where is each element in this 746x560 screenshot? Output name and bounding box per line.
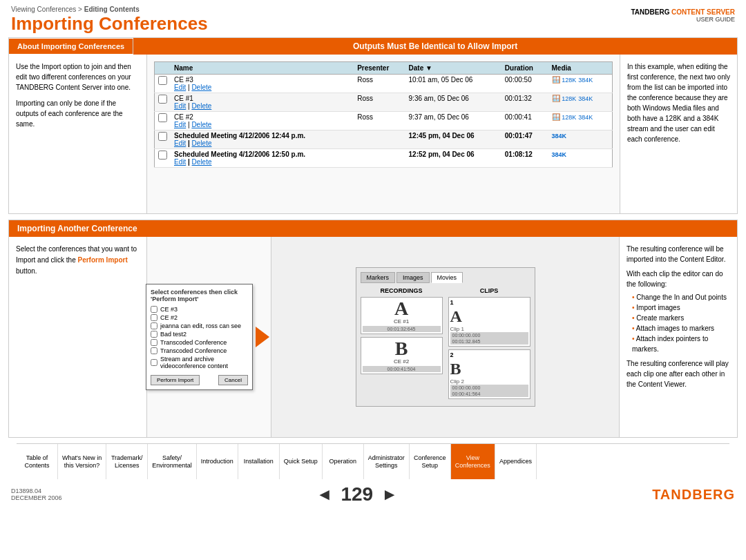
bottom-left-description: Select the conferences that you want to … — [9, 237, 147, 437]
delete-link[interactable]: Delete — [192, 139, 212, 147]
about-tab: About Importing Conferences — [9, 39, 133, 54]
cell-date: 10:01 am, 05 Dec 06 — [405, 75, 501, 93]
media-384k[interactable]: 384K — [578, 95, 593, 102]
recording-b: B CE #2 00:00:41:504 — [361, 337, 443, 374]
nav-label: Introduction — [201, 458, 233, 465]
media-384k[interactable]: 384K — [578, 114, 593, 121]
nav-whats-new[interactable]: What's New inthis Version? — [58, 444, 106, 479]
bottom-right-description: The resulting conference will be importe… — [620, 237, 737, 437]
perform-import-highlight: Perform Import — [78, 256, 128, 264]
media-128k[interactable]: 128K — [562, 77, 576, 84]
cell-presenter: Ross — [354, 112, 405, 131]
media-384k[interactable]: 384K — [552, 151, 567, 158]
nav-installation[interactable]: Installation — [238, 444, 280, 479]
dialog-item: CE #2 — [151, 314, 248, 321]
media-384k[interactable]: 384K — [552, 133, 567, 139]
media-128k[interactable]: 128K — [562, 114, 576, 121]
delete-link[interactable]: Delete — [191, 121, 211, 128]
nav-view-conferences[interactable]: ViewConferences — [451, 444, 495, 479]
row-checkbox[interactable] — [158, 113, 167, 122]
row-checkbox[interactable] — [158, 132, 167, 141]
arrow-icon — [256, 327, 269, 347]
row-checkbox[interactable] — [158, 95, 167, 104]
cell-media: 🪟 128K 384K — [548, 93, 613, 112]
nav-label: Operation — [329, 458, 357, 465]
recordings-panel: Markers Images Movies RECORDINGS A CE #1… — [356, 267, 535, 407]
row-checkbox[interactable] — [158, 151, 167, 160]
table-row: CE #1Edit | Delete Ross 9:36 am, 05 Dec … — [155, 93, 613, 112]
dialog-checkbox[interactable] — [151, 314, 157, 321]
edit-link[interactable]: Edit — [174, 158, 186, 166]
edit-link[interactable]: Edit — [174, 84, 186, 91]
edit-link[interactable]: Edit — [174, 121, 186, 128]
media-128k[interactable]: 128K — [562, 95, 576, 102]
importing-header-text: Importing Another Conference — [17, 224, 137, 233]
clip-2-label: Clip 2 — [450, 378, 528, 385]
nav-conference-setup[interactable]: ConferenceSetup — [410, 444, 451, 479]
dialog-item: Transcoded Conference — [151, 347, 248, 354]
images-tab[interactable]: Images — [396, 272, 430, 283]
dialog-checkbox[interactable] — [151, 331, 157, 338]
nav-table-of-contents[interactable]: Table ofContents — [17, 444, 58, 479]
bottom-bar: D13898.04 DECEMBER 2006 ◄ 129 ► TANDBERG — [0, 481, 746, 508]
prev-page-button[interactable]: ◄ — [316, 485, 333, 504]
cell-name: Scheduled Meeting 4/12/2006 12:44 p.m.Ed… — [171, 131, 354, 149]
dialog-checkbox[interactable] — [151, 306, 157, 313]
delete-link[interactable]: Delete — [191, 102, 211, 110]
clip-num-1: 1 — [450, 299, 528, 306]
clip-2-time1: 00:00:00.000 — [450, 385, 528, 391]
nav-administrator[interactable]: AdministratorSettings — [364, 444, 410, 479]
media-384k[interactable]: 384K — [578, 77, 593, 84]
cancel-button[interactable]: Cancel — [218, 375, 248, 385]
perform-import-button[interactable]: Perform Import — [151, 375, 200, 385]
cell-presenter — [354, 149, 405, 168]
cell-name: CE #2Edit | Delete — [171, 112, 354, 131]
dialog-item: Transcoded Conference — [151, 339, 248, 346]
clip-2: 2 B Clip 2 00:00:00.000 00:00:41:564 — [448, 349, 530, 399]
clips-column: CLIPS 1 A Clip 1 00:00:00.000 00:01:32.8… — [448, 287, 530, 402]
nav-safety[interactable]: Safety/Environmental — [148, 444, 197, 479]
cell-duration: 01:08:12 — [501, 149, 548, 168]
clip-letter-a: A — [450, 307, 462, 326]
cell-duration: 00:01:47 — [501, 131, 548, 149]
clip-num-2: 2 — [450, 351, 528, 358]
nav-introduction[interactable]: Introduction — [197, 444, 238, 479]
dialog-checkbox[interactable] — [151, 347, 157, 354]
top-right-description: In this example, when editing the first … — [620, 55, 737, 213]
markers-tab[interactable]: Markers — [361, 272, 396, 283]
edit-link[interactable]: Edit — [174, 102, 186, 110]
dialog-checkbox[interactable] — [151, 359, 157, 366]
top-section-body: Use the Import option to join and then e… — [9, 55, 737, 213]
doc-date: DECEMBER 2006 — [11, 494, 62, 501]
rec-time-2: 00:00:41:504 — [363, 366, 441, 372]
recordings-column: RECORDINGS A CE #1 00:01:32:645 B CE #2 … — [361, 287, 443, 402]
rec-label-ce1: CE #1 — [363, 318, 441, 325]
bottom-right-text2: With each clip the editor can do the fol… — [627, 269, 730, 289]
clip-letter-b: B — [450, 360, 528, 378]
edit-link[interactable]: Edit — [174, 139, 186, 147]
nav-trademark[interactable]: Trademark/Licenses — [106, 444, 148, 479]
clip-1: 1 A Clip 1 00:00:00.000 00:01:32.845 — [448, 297, 530, 347]
dialog-checkbox[interactable] — [151, 339, 157, 346]
dialog-item: CE #3 — [151, 306, 248, 313]
bottom-right-text1: The resulting conference will be importe… — [627, 244, 730, 264]
dialog-item: jeanna can edit, ross can see — [151, 322, 248, 329]
col-presenter: Presenter — [354, 62, 405, 75]
dialog-checkbox[interactable] — [151, 322, 157, 329]
cell-media: 🪟 128K 384K — [548, 75, 613, 93]
clips-title: CLIPS — [448, 287, 530, 294]
importing-header: Importing Another Conference — [9, 220, 737, 237]
main-content: About Importing Conferences Outputs Must… — [8, 37, 738, 479]
rec-label-ce2: CE #2 — [363, 358, 441, 365]
nav-operation[interactable]: Operation — [323, 444, 364, 479]
delete-link[interactable]: Delete — [192, 158, 212, 166]
nav-label: AdministratorSettings — [368, 454, 405, 470]
movies-tab[interactable]: Movies — [431, 272, 463, 283]
nav-appendices[interactable]: Appendices — [495, 444, 537, 479]
col-checkbox — [155, 62, 171, 75]
next-page-button[interactable]: ► — [381, 485, 398, 504]
row-checkbox[interactable] — [158, 76, 167, 85]
bullet-2: Import images — [632, 302, 730, 313]
delete-link[interactable]: Delete — [191, 84, 211, 91]
nav-quick-setup[interactable]: Quick Setup — [280, 444, 323, 479]
